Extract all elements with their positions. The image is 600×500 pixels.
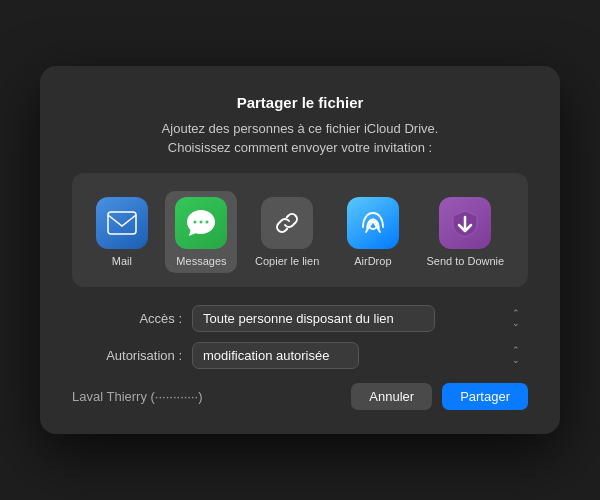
airdrop-label: AirDrop — [354, 255, 391, 267]
share-item-downie[interactable]: Send to Downie — [417, 191, 515, 273]
downie-icon — [439, 197, 491, 249]
mail-label: Mail — [112, 255, 132, 267]
messages-icon — [175, 197, 227, 249]
svg-point-1 — [194, 221, 197, 224]
share-dialog: Partager le fichier Ajoutez des personne… — [40, 66, 560, 434]
share-item-airdrop[interactable]: AirDrop — [337, 191, 409, 273]
share-icons-panel: Mail Messages Copier le li — [72, 173, 528, 287]
authorization-select-wrapper: modification autorisée lecture seule — [192, 342, 528, 369]
authorization-row: Autorisation : modification autorisée le… — [72, 342, 528, 369]
footer-user: Laval Thierry (············) — [72, 389, 351, 404]
copy-link-label: Copier le lien — [255, 255, 319, 267]
footer-buttons: Annuler Partager — [351, 383, 528, 410]
authorization-select[interactable]: modification autorisée lecture seule — [192, 342, 359, 369]
downie-label: Send to Downie — [427, 255, 505, 267]
dialog-subtitle2: Choisissez comment envoyer votre invitat… — [72, 140, 528, 155]
share-item-messages[interactable]: Messages — [165, 191, 237, 273]
share-item-mail[interactable]: Mail — [86, 191, 158, 273]
access-select[interactable]: Toute personne disposant du lien Uniquem… — [192, 305, 435, 332]
share-item-copy-link[interactable]: Copier le lien — [245, 191, 329, 273]
svg-point-2 — [200, 221, 203, 224]
dialog-title: Partager le fichier — [72, 94, 528, 111]
dialog-subtitle: Ajoutez des personnes à ce fichier iClou… — [72, 121, 528, 136]
svg-rect-0 — [108, 212, 136, 234]
messages-label: Messages — [176, 255, 226, 267]
svg-point-3 — [206, 221, 209, 224]
share-button[interactable]: Partager — [442, 383, 528, 410]
cancel-button[interactable]: Annuler — [351, 383, 432, 410]
copy-link-icon — [261, 197, 313, 249]
dialog-footer: Laval Thierry (············) Annuler Par… — [72, 383, 528, 410]
access-select-wrapper: Toute personne disposant du lien Uniquem… — [192, 305, 528, 332]
authorization-label: Autorisation : — [72, 348, 182, 363]
access-row: Accès : Toute personne disposant du lien… — [72, 305, 528, 332]
airdrop-icon — [347, 197, 399, 249]
mail-icon — [96, 197, 148, 249]
access-label: Accès : — [72, 311, 182, 326]
